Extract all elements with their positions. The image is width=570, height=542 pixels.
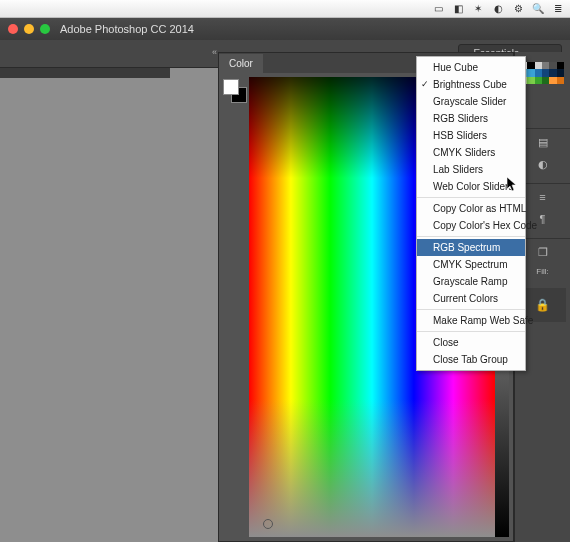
menu-item[interactable]: Close Tab Group <box>417 351 525 368</box>
swatch[interactable] <box>542 62 549 69</box>
swatch[interactable] <box>557 77 564 84</box>
menu-separator <box>417 236 525 237</box>
lock-icon: 🔒 <box>535 298 550 312</box>
fg-bg-swatches[interactable] <box>223 77 245 537</box>
menu-item[interactable]: Copy Color as HTML <box>417 200 525 217</box>
menu-item[interactable]: RGB Sliders <box>417 110 525 127</box>
color-panel-flyout-menu: Hue CubeBrightness CubeGrayscale SliderR… <box>416 56 526 371</box>
menu-item[interactable]: Brightness Cube <box>417 76 525 93</box>
gear-icon[interactable]: ⚙ <box>512 3 524 15</box>
search-icon[interactable]: 🔍 <box>532 3 544 15</box>
swatches-grid[interactable] <box>520 62 564 84</box>
zoom-window-button[interactable] <box>40 24 50 34</box>
swatch[interactable] <box>542 69 549 76</box>
swatch[interactable] <box>527 62 534 69</box>
menu-item[interactable]: Lab Sliders <box>417 161 525 178</box>
history-icon[interactable]: ▤ <box>533 135 553 149</box>
menu-item[interactable]: Hue Cube <box>417 59 525 76</box>
swatch[interactable] <box>549 69 556 76</box>
color-tab[interactable]: Color <box>219 54 263 73</box>
swatch[interactable] <box>535 77 542 84</box>
menu-item[interactable]: Grayscale Ramp <box>417 273 525 290</box>
app-title: Adobe Photoshop CC 2014 <box>60 23 194 35</box>
foreground-swatch[interactable] <box>223 79 239 95</box>
swatch[interactable] <box>557 62 564 69</box>
swatch[interactable] <box>549 77 556 84</box>
swatch[interactable] <box>557 69 564 76</box>
swatch[interactable] <box>535 62 542 69</box>
slider-icon[interactable]: ≡ <box>533 190 553 204</box>
minimize-window-button[interactable] <box>24 24 34 34</box>
menu-item[interactable]: CMYK Sliders <box>417 144 525 161</box>
menu-icon[interactable]: ≣ <box>552 3 564 15</box>
menu-item[interactable]: Close <box>417 334 525 351</box>
wifi-icon[interactable]: ✶ <box>472 3 484 15</box>
menu-separator <box>417 331 525 332</box>
swatch[interactable] <box>549 62 556 69</box>
menu-item[interactable]: Web Color Sliders <box>417 178 525 195</box>
sound-icon[interactable]: ◐ <box>492 3 504 15</box>
swatch[interactable] <box>542 77 549 84</box>
panel-collapse-icon[interactable]: « <box>212 47 217 57</box>
display-icon[interactable]: ▭ <box>432 3 444 15</box>
color-sample-ring <box>263 519 273 529</box>
menu-item[interactable]: RGB Spectrum <box>417 239 525 256</box>
menu-separator <box>417 197 525 198</box>
menu-item[interactable]: Grayscale Slider <box>417 93 525 110</box>
tab-well <box>0 68 170 78</box>
menu-separator <box>417 309 525 310</box>
swatch[interactable] <box>527 69 534 76</box>
adjustments-icon[interactable]: ◐ <box>533 157 553 171</box>
window-controls <box>0 24 50 34</box>
something-icon[interactable]: ◧ <box>452 3 464 15</box>
layers-icon[interactable]: ❐ <box>533 245 553 259</box>
swatch[interactable] <box>527 77 534 84</box>
menu-item[interactable]: Current Colors <box>417 290 525 307</box>
app-titlebar: Adobe Photoshop CC 2014 <box>0 18 570 40</box>
fill-label: Fill: <box>536 267 548 276</box>
swatch[interactable] <box>535 69 542 76</box>
menu-item[interactable]: HSB Sliders <box>417 127 525 144</box>
close-window-button[interactable] <box>8 24 18 34</box>
menu-item[interactable]: Make Ramp Web Safe <box>417 312 525 329</box>
menu-item[interactable]: Copy Color's Hex Code <box>417 217 525 234</box>
mac-menubar: ▭ ◧ ✶ ◐ ⚙ 🔍 ≣ <box>0 0 570 18</box>
menu-item[interactable]: CMYK Spectrum <box>417 256 525 273</box>
